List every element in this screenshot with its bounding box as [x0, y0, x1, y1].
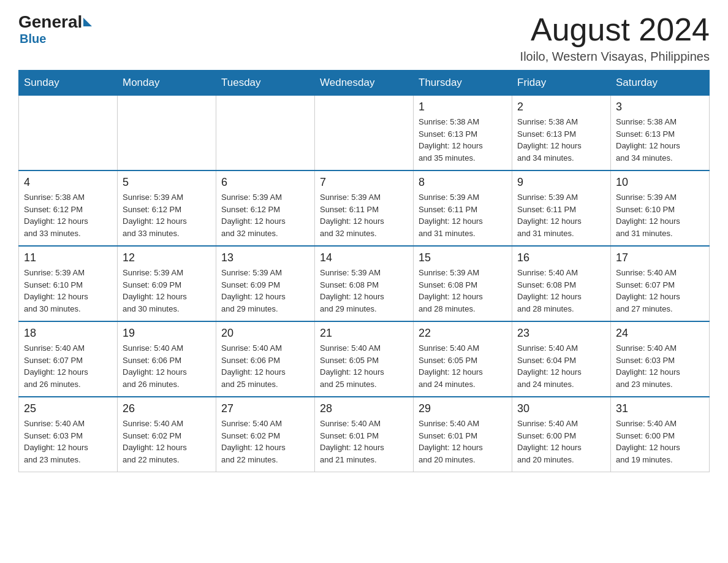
- day-info: Sunrise: 5:40 AMSunset: 6:04 PMDaylight:…: [517, 342, 605, 390]
- calendar-table: SundayMondayTuesdayWednesdayThursdayFrid…: [18, 70, 710, 472]
- day-number: 10: [616, 176, 704, 189]
- calendar-cell: 28Sunrise: 5:40 AMSunset: 6:01 PMDayligh…: [315, 397, 414, 472]
- calendar-cell: 10Sunrise: 5:39 AMSunset: 6:10 PMDayligh…: [611, 170, 710, 246]
- logo-text: General: [18, 12, 92, 32]
- day-info: Sunrise: 5:39 AMSunset: 6:09 PMDaylight:…: [123, 267, 211, 315]
- calendar-cell: 25Sunrise: 5:40 AMSunset: 6:03 PMDayligh…: [19, 397, 118, 472]
- calendar-cell: 4Sunrise: 5:38 AMSunset: 6:12 PMDaylight…: [19, 170, 118, 246]
- day-number: 14: [320, 251, 408, 264]
- day-number: 3: [616, 101, 704, 113]
- day-info: Sunrise: 5:38 AMSunset: 6:13 PMDaylight:…: [616, 116, 704, 164]
- day-number: 30: [517, 402, 605, 415]
- day-number: 11: [24, 251, 112, 264]
- day-number: 17: [616, 251, 704, 264]
- day-info: Sunrise: 5:38 AMSunset: 6:13 PMDaylight:…: [419, 116, 507, 164]
- calendar-cell: 23Sunrise: 5:40 AMSunset: 6:04 PMDayligh…: [512, 321, 611, 397]
- calendar-cell: 22Sunrise: 5:40 AMSunset: 6:05 PMDayligh…: [414, 321, 512, 397]
- day-info: Sunrise: 5:40 AMSunset: 6:08 PMDaylight:…: [517, 267, 605, 315]
- calendar-cell: 8Sunrise: 5:39 AMSunset: 6:11 PMDaylight…: [414, 170, 512, 246]
- day-number: 31: [616, 402, 704, 415]
- calendar-cell: 6Sunrise: 5:39 AMSunset: 6:12 PMDaylight…: [216, 170, 315, 246]
- day-info: Sunrise: 5:38 AMSunset: 6:12 PMDaylight:…: [24, 191, 112, 239]
- day-number: 19: [123, 327, 211, 340]
- day-number: 22: [419, 327, 507, 340]
- calendar-cell: 11Sunrise: 5:39 AMSunset: 6:10 PMDayligh…: [19, 246, 118, 321]
- day-number: 28: [320, 402, 408, 415]
- day-info: Sunrise: 5:40 AMSunset: 6:02 PMDaylight:…: [221, 418, 309, 465]
- day-info: Sunrise: 5:39 AMSunset: 6:11 PMDaylight:…: [517, 191, 605, 239]
- calendar-cell: 24Sunrise: 5:40 AMSunset: 6:03 PMDayligh…: [611, 321, 710, 397]
- logo-blue-text: Blue: [20, 32, 46, 46]
- calendar-cell: 20Sunrise: 5:40 AMSunset: 6:06 PMDayligh…: [216, 321, 315, 397]
- day-info: Sunrise: 5:39 AMSunset: 6:10 PMDaylight:…: [24, 267, 112, 315]
- day-info: Sunrise: 5:39 AMSunset: 6:08 PMDaylight:…: [320, 267, 408, 315]
- calendar-cell: 29Sunrise: 5:40 AMSunset: 6:01 PMDayligh…: [414, 397, 512, 472]
- calendar-cell: 27Sunrise: 5:40 AMSunset: 6:02 PMDayligh…: [216, 397, 315, 472]
- calendar-header-row: SundayMondayTuesdayWednesdayThursdayFrid…: [19, 71, 710, 96]
- day-number: 9: [517, 176, 605, 189]
- day-info: Sunrise: 5:39 AMSunset: 6:11 PMDaylight:…: [419, 191, 507, 239]
- day-number: 7: [320, 176, 408, 189]
- calendar-cell: 15Sunrise: 5:39 AMSunset: 6:08 PMDayligh…: [414, 246, 512, 321]
- day-number: 18: [24, 327, 112, 340]
- calendar-week-row: 11Sunrise: 5:39 AMSunset: 6:10 PMDayligh…: [19, 246, 710, 321]
- day-info: Sunrise: 5:39 AMSunset: 6:09 PMDaylight:…: [221, 267, 309, 315]
- logo-general: General: [18, 12, 82, 32]
- day-info: Sunrise: 5:39 AMSunset: 6:10 PMDaylight:…: [616, 191, 704, 239]
- calendar-cell: 14Sunrise: 5:39 AMSunset: 6:08 PMDayligh…: [315, 246, 414, 321]
- calendar-cell: 5Sunrise: 5:39 AMSunset: 6:12 PMDaylight…: [118, 170, 216, 246]
- calendar-cell: 21Sunrise: 5:40 AMSunset: 6:05 PMDayligh…: [315, 321, 414, 397]
- day-info: Sunrise: 5:40 AMSunset: 6:07 PMDaylight:…: [616, 267, 704, 315]
- day-number: 15: [419, 251, 507, 264]
- day-number: 12: [123, 251, 211, 264]
- calendar-cell: 26Sunrise: 5:40 AMSunset: 6:02 PMDayligh…: [118, 397, 216, 472]
- day-info: Sunrise: 5:40 AMSunset: 6:06 PMDaylight:…: [221, 342, 309, 390]
- day-info: Sunrise: 5:40 AMSunset: 6:00 PMDaylight:…: [517, 418, 605, 465]
- day-info: Sunrise: 5:39 AMSunset: 6:11 PMDaylight:…: [320, 191, 408, 239]
- calendar-cell: 19Sunrise: 5:40 AMSunset: 6:06 PMDayligh…: [118, 321, 216, 397]
- calendar-cell: 9Sunrise: 5:39 AMSunset: 6:11 PMDaylight…: [512, 170, 611, 246]
- day-number: 16: [517, 251, 605, 264]
- calendar-title: August 2024: [520, 12, 710, 47]
- calendar-cell: 31Sunrise: 5:40 AMSunset: 6:00 PMDayligh…: [611, 397, 710, 472]
- day-info: Sunrise: 5:40 AMSunset: 6:01 PMDaylight:…: [419, 418, 507, 465]
- day-number: 5: [123, 176, 211, 189]
- day-number: 8: [419, 176, 507, 189]
- title-area: August 2024 Iloilo, Western Visayas, Phi…: [520, 12, 710, 64]
- calendar-cell: 18Sunrise: 5:40 AMSunset: 6:07 PMDayligh…: [19, 321, 118, 397]
- column-header-monday: Monday: [118, 71, 216, 96]
- day-number: 29: [419, 402, 507, 415]
- day-number: 25: [24, 402, 112, 415]
- day-number: 2: [517, 101, 605, 113]
- column-header-tuesday: Tuesday: [216, 71, 315, 96]
- day-info: Sunrise: 5:39 AMSunset: 6:12 PMDaylight:…: [221, 191, 309, 239]
- day-number: 24: [616, 327, 704, 340]
- logo-triangle-icon: [83, 18, 92, 26]
- column-header-sunday: Sunday: [19, 71, 118, 96]
- calendar-cell: 16Sunrise: 5:40 AMSunset: 6:08 PMDayligh…: [512, 246, 611, 321]
- day-number: 26: [123, 402, 211, 415]
- column-header-wednesday: Wednesday: [315, 71, 414, 96]
- calendar-cell: [216, 96, 315, 171]
- day-number: 6: [221, 176, 309, 189]
- day-info: Sunrise: 5:40 AMSunset: 6:07 PMDaylight:…: [24, 342, 112, 390]
- day-number: 21: [320, 327, 408, 340]
- day-number: 13: [221, 251, 309, 264]
- day-info: Sunrise: 5:40 AMSunset: 6:00 PMDaylight:…: [616, 418, 704, 465]
- calendar-cell: 3Sunrise: 5:38 AMSunset: 6:13 PMDaylight…: [611, 96, 710, 171]
- day-info: Sunrise: 5:40 AMSunset: 6:03 PMDaylight:…: [616, 342, 704, 390]
- page-header: General Blue August 2024 Iloilo, Western…: [18, 12, 710, 64]
- calendar-cell: 1Sunrise: 5:38 AMSunset: 6:13 PMDaylight…: [414, 96, 512, 171]
- day-info: Sunrise: 5:38 AMSunset: 6:13 PMDaylight:…: [517, 116, 605, 164]
- calendar-cell: 12Sunrise: 5:39 AMSunset: 6:09 PMDayligh…: [118, 246, 216, 321]
- day-info: Sunrise: 5:40 AMSunset: 6:06 PMDaylight:…: [123, 342, 211, 390]
- calendar-week-row: 18Sunrise: 5:40 AMSunset: 6:07 PMDayligh…: [19, 321, 710, 397]
- column-header-saturday: Saturday: [611, 71, 710, 96]
- calendar-cell: 30Sunrise: 5:40 AMSunset: 6:00 PMDayligh…: [512, 397, 611, 472]
- day-info: Sunrise: 5:39 AMSunset: 6:12 PMDaylight:…: [123, 191, 211, 239]
- day-number: 4: [24, 176, 112, 189]
- column-header-thursday: Thursday: [414, 71, 512, 96]
- calendar-cell: [315, 96, 414, 171]
- day-info: Sunrise: 5:40 AMSunset: 6:05 PMDaylight:…: [320, 342, 408, 390]
- column-header-friday: Friday: [512, 71, 611, 96]
